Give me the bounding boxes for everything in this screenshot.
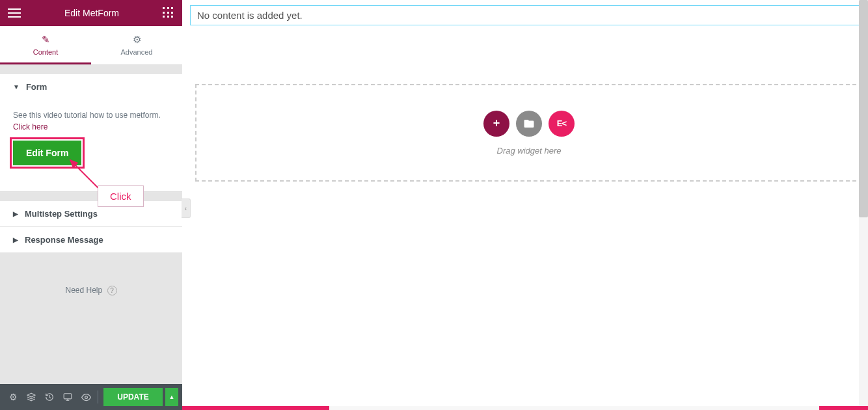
elementskit-button[interactable]: E<: [549, 111, 575, 137]
preview-icon[interactable]: [77, 388, 95, 406]
bottom-strip: [182, 406, 868, 410]
settings-icon[interactable]: ⚙: [4, 388, 22, 406]
accordion-form: ▼ Form See this video tutorial how to us…: [0, 74, 182, 192]
revisions-icon[interactable]: [22, 388, 40, 406]
add-section-button[interactable]: +: [483, 111, 509, 137]
history-icon[interactable]: [40, 388, 59, 406]
help-link[interactable]: Click here: [13, 122, 47, 131]
tab-label: Advanced: [121, 48, 153, 56]
accordion-header-multistep[interactable]: ▶ Multistep Settings: [0, 201, 182, 227]
widgets-icon[interactable]: [163, 7, 174, 19]
spacer: [0, 65, 182, 74]
scrollbar-thumb[interactable]: [859, 0, 868, 217]
update-button[interactable]: UPDATE: [103, 388, 163, 406]
accordion-header-response[interactable]: ▶ Response Message: [0, 227, 182, 253]
chevron-down-icon: ▼: [13, 83, 20, 90]
edit-form-button[interactable]: Edit Form: [13, 141, 81, 165]
bottom-bar: ⚙ UPDATE ▲: [0, 384, 182, 410]
help-text: See this video tutorial how to use metfo…: [13, 109, 169, 133]
responsive-icon[interactable]: [59, 388, 77, 406]
content-banner[interactable]: No content is added yet.: [190, 5, 863, 25]
chevron-right-icon: ▶: [13, 210, 18, 217]
update-dropdown[interactable]: ▲: [165, 388, 178, 406]
template-button[interactable]: [516, 111, 542, 137]
gear-icon: ⚙: [91, 34, 182, 46]
menu-icon[interactable]: [8, 8, 21, 18]
plus-icon: +: [493, 116, 500, 130]
need-help[interactable]: Need Help ?: [0, 253, 182, 328]
sidebar-header: Edit MetForm: [0, 0, 182, 26]
spacer: [0, 192, 182, 201]
chevron-left-icon: ‹: [185, 205, 187, 212]
accordion-title: Response Message: [25, 235, 103, 245]
tabs: ✎ Content ⚙ Advanced: [0, 26, 182, 65]
drop-buttons: + E<: [483, 111, 575, 137]
pencil-icon: ✎: [0, 34, 91, 46]
collapse-sidebar-button[interactable]: ‹: [182, 198, 191, 218]
ek-icon: E<: [557, 118, 566, 128]
drag-hint: Drag widget here: [497, 146, 562, 156]
drop-zone[interactable]: + E< Drag widget here: [195, 84, 863, 182]
tab-advanced[interactable]: ⚙ Advanced: [91, 26, 182, 64]
help-icon: ?: [107, 286, 117, 295]
accordion-title: Form: [26, 82, 47, 92]
scrollbar[interactable]: [859, 0, 868, 410]
folder-icon: [523, 118, 535, 130]
main-canvas: No content is added yet. + E< Drag widge…: [182, 0, 868, 410]
tab-label: Content: [33, 48, 59, 56]
svg-point-3: [85, 396, 87, 398]
sidebar: Edit MetForm ✎ Content ⚙ Advanced ▼ Form…: [0, 0, 182, 410]
page-title: Edit MetForm: [21, 8, 163, 18]
accordion-body-form: See this video tutorial how to use metfo…: [0, 100, 182, 191]
accordion-title: Multistep Settings: [25, 209, 98, 219]
tab-content[interactable]: ✎ Content: [0, 26, 91, 64]
chevron-right-icon: ▶: [13, 236, 18, 243]
accordion-header-form[interactable]: ▼ Form: [0, 74, 182, 100]
divider: [98, 390, 98, 403]
svg-rect-0: [64, 394, 72, 399]
